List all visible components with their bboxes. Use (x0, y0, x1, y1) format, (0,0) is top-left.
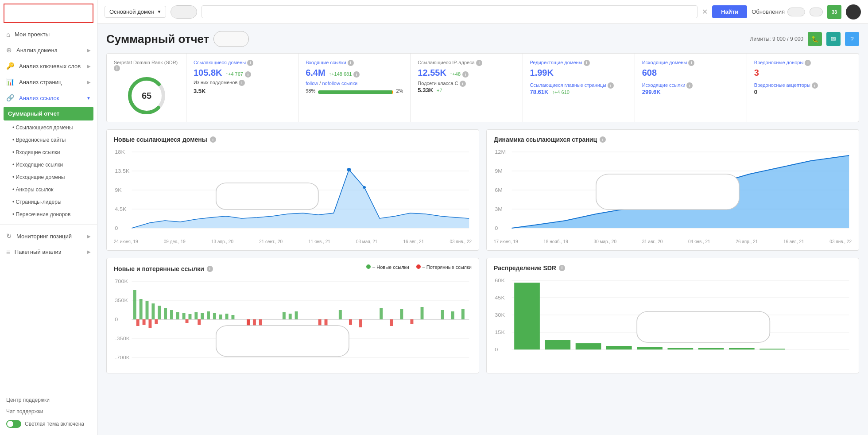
svg-rect-72 (198, 319, 201, 325)
svg-text:65: 65 (141, 91, 151, 101)
svg-rect-55 (225, 314, 229, 319)
chevron-down-icon: ▼ (86, 96, 91, 101)
sidebar-item-my-projects[interactable]: ⌂ Мои проекты (0, 27, 97, 42)
limits-badge: Лимиты: 9 000 / 9 000 (750, 36, 803, 42)
svg-rect-28 (596, 174, 739, 210)
sidebar-item-incoming-links[interactable]: • Входящие ссылки (0, 146, 97, 159)
incoming-delta-info[interactable]: i (353, 71, 360, 78)
ref-delta-info[interactable]: i (245, 71, 251, 78)
referring-domains-delta: ↑+4 767 (226, 71, 243, 77)
sidebar-item-leader-pages[interactable]: • Страницы-лидеры (0, 196, 97, 208)
package-icon: ≡ (6, 248, 10, 256)
topbar: Основной домен ▼ ✕ Найти Обновления 33 (97, 0, 868, 24)
svg-text:700K: 700K (115, 279, 128, 284)
svg-text:18K: 18K (115, 149, 125, 155)
svg-rect-63 (421, 307, 424, 319)
ips-info[interactable]: i (476, 60, 482, 66)
referring-ips-value: 12.55K (418, 68, 446, 78)
malicious-donors-info[interactable]: i (805, 60, 811, 66)
sdr-block: Serpstat Domain Rank (SDR) i 65 (107, 54, 186, 122)
ref-domains-info[interactable]: i (247, 60, 253, 66)
sidebar-item-page-analysis[interactable]: 📊 Анализ страниц ▶ (0, 74, 97, 90)
sidebar-item-keyword-analysis[interactable]: 🔑 Анализ ключевых слов ▶ (0, 58, 97, 74)
referring-domains-block: Ссылающиеся домены i 105.8K ↑+4 767 i Из… (186, 54, 298, 122)
user-avatar[interactable] (846, 4, 861, 19)
malicious-acceptors-info[interactable]: i (812, 82, 818, 89)
sidebar-item-link-analysis[interactable]: 🔗 Анализ ссылок ▼ (0, 90, 97, 106)
dynamics-svg: 12M 9M 6M 3M 0 (494, 148, 852, 236)
svg-rect-40 (133, 290, 136, 319)
svg-rect-81 (410, 319, 413, 324)
sidebar-item-outgoing-links[interactable]: • Исходящие ссылки (0, 159, 97, 171)
svg-rect-96 (606, 346, 632, 350)
page-content: Суммарный отчет Лимиты: 9 000 / 9 000 🐛 … (97, 24, 868, 435)
sidebar-item-malicious-sites[interactable]: • Вредоносные сайты (0, 134, 97, 146)
report-header: Суммарный отчет Лимиты: 9 000 / 9 000 🐛 … (106, 31, 859, 47)
svg-rect-65 (451, 311, 454, 319)
theme-switch[interactable] (6, 420, 21, 428)
sidebar-support-center[interactable]: Центр поддержки (6, 394, 91, 406)
sidebar-item-position-monitoring[interactable]: ↻ Мониторинг позиций ▶ (0, 228, 97, 244)
subdomains-info[interactable]: i (239, 80, 245, 86)
red-dot (416, 264, 421, 269)
svg-rect-93 (514, 283, 540, 350)
svg-rect-78 (349, 319, 352, 325)
sidebar-item-package-analysis[interactable]: ≡ Пакетный анализ ▶ (0, 244, 97, 260)
svg-rect-60 (339, 310, 342, 319)
svg-rect-69 (148, 319, 151, 328)
find-button[interactable]: Найти (712, 5, 747, 18)
svg-text:13.5K: 13.5K (115, 168, 129, 174)
new-domains-svg: 18K 13.5K 9K 4.5K 0 (114, 148, 472, 236)
theme-toggle[interactable]: Светлая тема включена (6, 417, 91, 431)
malicious-block: Вредоносные доноры i 3 Вредоносные акцеп… (747, 54, 859, 122)
home-icon: ⌂ (6, 31, 10, 38)
download-button[interactable]: 33 (827, 5, 841, 19)
sdr-dist-info[interactable]: i (559, 265, 565, 271)
chevron-right-icon: ▶ (87, 48, 91, 53)
svg-rect-59 (295, 311, 298, 319)
incoming-links-delta: ↑+148 681 (329, 71, 352, 77)
sdr-distribution-chart: Распределение SDR i 60K 45K 30K 15K 0 (486, 258, 859, 373)
svg-text:6M: 6M (495, 187, 503, 193)
svg-text:350K: 350K (115, 298, 128, 303)
sdr-info-icon[interactable]: i (114, 65, 120, 71)
sidebar-support-chat[interactable]: Чат поддержки (6, 406, 91, 417)
sidebar-item-summary-report[interactable]: Суммарный отчет (4, 107, 93, 120)
new-domains-info[interactable]: i (210, 136, 216, 143)
svg-text:0: 0 (115, 225, 118, 231)
updates-button[interactable]: Обновления (752, 8, 805, 16)
search-input[interactable] (202, 5, 698, 18)
sidebar-footer: Центр поддержки Чат поддержки Светлая те… (0, 390, 97, 435)
bug-button[interactable]: 🐛 (808, 32, 822, 46)
sidebar-item-anchor-links[interactable]: • Анкоры ссылок (0, 183, 97, 196)
new-lost-info[interactable]: i (207, 266, 213, 272)
sidebar-item-referring-domains[interactable]: • Ссылающиеся домены (0, 121, 97, 134)
svg-text:45K: 45K (495, 295, 505, 301)
message-button[interactable]: ✉ (826, 32, 841, 46)
info-button[interactable]: ? (845, 32, 859, 46)
svg-text:9M: 9M (495, 168, 503, 174)
top-pages-info[interactable]: i (608, 82, 614, 89)
redirect-info[interactable]: i (584, 60, 590, 66)
clear-search-icon[interactable]: ✕ (702, 8, 708, 16)
cloud-logo (170, 5, 197, 19)
sidebar-item-domain-analysis[interactable]: ⊕ Анализ домена ▶ (0, 42, 97, 58)
domain-select[interactable]: Основной домен ▼ (105, 6, 166, 18)
charts-row-1: Новые ссылающиеся домены i 18K 13.5K 9K … (106, 129, 859, 251)
svg-rect-95 (576, 343, 601, 350)
outgoing-links-info[interactable]: i (686, 82, 693, 89)
malicious-donors-value: 3 (754, 68, 759, 78)
svg-rect-75 (259, 319, 262, 326)
sidebar-item-outgoing-domains[interactable]: • Исходящие домены (0, 171, 97, 183)
sidebar-item-donor-intersect[interactable]: • Пересечение доноров (0, 208, 97, 221)
outgoing-domains-block: Исходящие домены i 608 Исходящие ссылки … (635, 54, 747, 122)
ips-delta-info[interactable]: i (462, 71, 469, 78)
svg-rect-98 (667, 348, 693, 350)
svg-rect-61 (380, 308, 383, 319)
incoming-info[interactable]: i (348, 60, 354, 66)
subnets-info[interactable]: i (460, 81, 466, 87)
svg-rect-41 (140, 299, 143, 319)
outgoing-domains-info[interactable]: i (688, 60, 694, 66)
svg-text:-350K: -350K (115, 336, 130, 342)
dynamics-info[interactable]: i (600, 136, 606, 143)
